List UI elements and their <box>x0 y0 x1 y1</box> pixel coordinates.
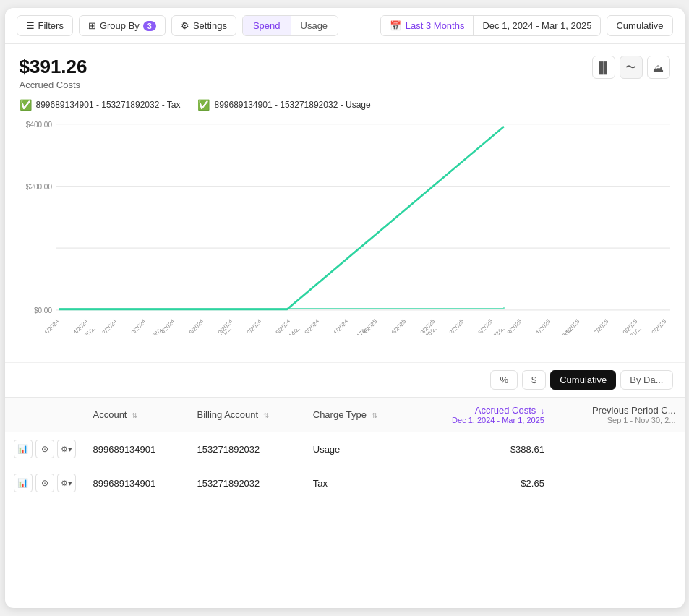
col-header-billing[interactable]: Billing Account ⇅ <box>189 398 304 432</box>
col-header-actions <box>5 398 85 432</box>
row-filter-icon: ⚙▾ <box>61 445 72 454</box>
svg-text:12/22/2024: 12/22/2024 <box>237 317 262 333</box>
col-previous-label: Previous Period C... <box>592 405 676 416</box>
legend-check-tax: ✅ <box>20 99 32 111</box>
date-range-value: Dec 1, 2024 - Mar 1, 2025 <box>473 16 600 35</box>
row-filter-button[interactable]: ⚙▾ <box>57 474 76 492</box>
date-range-label: Last 3 Months <box>406 20 465 31</box>
bar-chart-button[interactable]: ▐▌ <box>592 56 615 79</box>
chart-legend: ✅ 899689134901 - 153271892032 - Tax ✅ 89… <box>5 96 685 116</box>
legend-label-tax: 899689134901 - 153271892032 - Tax <box>36 100 181 110</box>
filters-label: Filters <box>38 20 64 31</box>
svg-text:12/25/2024: 12/25/2024 <box>266 317 291 333</box>
dollar-button[interactable]: $ <box>522 370 546 390</box>
row-focus-icon: ⊙ <box>41 478 48 488</box>
col-charge-label: Charge Type <box>313 409 367 420</box>
col-billing-label: Billing Account <box>197 409 259 420</box>
group-by-icon: ⊞ <box>88 20 96 31</box>
row-previous <box>553 466 685 500</box>
group-by-badge: 3 <box>143 21 156 31</box>
group-by-label: Group By <box>100 20 140 31</box>
bar-chart-icon: ▐▌ <box>596 61 611 74</box>
row-account: 899689134901 <box>85 432 189 466</box>
svg-text:01/15/2025: 01/15/2025 <box>468 317 494 333</box>
svg-text:$0.00: $0.00 <box>33 307 51 315</box>
svg-text:12/10/2024: 12/10/2024 <box>121 317 147 333</box>
col-header-previous[interactable]: Previous Period C... Sep 1 - Nov 30, 2..… <box>553 398 685 432</box>
svg-text:01/06/2025: 01/06/2025 <box>382 317 407 333</box>
summary-left: $391.26 Accrued Costs <box>20 56 87 90</box>
table-row: 📊 ⊙ ⚙▾ 899689134901 153271892032 Tax <box>5 466 685 500</box>
legend-label-usage: 899689134901 - 153271892032 - Usage <box>214 100 370 110</box>
filters-button[interactable]: ☰ Filters <box>17 15 73 36</box>
chart-area: $400.00 $200.00 $0.00 12/01/2024 12/04/2… <box>5 116 685 362</box>
col-header-account[interactable]: Account ⇅ <box>85 398 189 432</box>
table-toolbar: % $ Cumulative By Da... <box>5 362 685 397</box>
svg-text:12/01/2024: 12/01/2024 <box>35 317 60 333</box>
summary-amount: $391.26 <box>20 56 87 78</box>
cumulative-button[interactable]: Cumulative <box>607 15 672 36</box>
percent-button[interactable]: % <box>490 370 518 390</box>
svg-text:12/07/2024: 12/07/2024 <box>93 317 118 333</box>
svg-text:01/27/2025: 01/27/2025 <box>584 317 609 333</box>
date-range-group: 📅 Last 3 Months Dec 1, 2024 - Mar 1, 202… <box>380 15 602 36</box>
row-accrued: $2.65 <box>410 466 552 500</box>
accrued-sort-icon: ↓ <box>541 407 544 415</box>
col-header-accrued[interactable]: Accrued Costs ↓ Dec 1, 2024 - Mar 1, 202… <box>410 398 552 432</box>
row-charge-type: Tax <box>304 466 411 500</box>
row-chart-button[interactable]: 📊 <box>14 474 33 492</box>
settings-icon: ⚙ <box>181 20 189 31</box>
data-table: Account ⇅ Billing Account ⇅ Charge Type … <box>5 397 685 500</box>
date-range-button[interactable]: 📅 Last 3 Months <box>381 16 474 35</box>
line-chart-svg: $400.00 $200.00 $0.00 12/01/2024 12/04/2… <box>20 116 670 333</box>
area-chart-button[interactable]: ⛰ <box>647 56 670 79</box>
toolbar: ☰ Filters ⊞ Group By 3 ⚙ Settings Spend … <box>5 8 685 44</box>
chart-type-buttons: ▐▌ 〜 ⛰ <box>592 56 670 79</box>
row-actions-cell: 📊 ⊙ ⚙▾ <box>5 466 85 500</box>
svg-text:01/21/2025: 01/21/2025 <box>526 317 552 333</box>
row-accrued: $388.61 <box>410 432 552 466</box>
row-account: 899689134901 <box>85 466 189 500</box>
row-chart-icon: 📊 <box>17 478 28 488</box>
tab-spend[interactable]: Spend <box>243 16 291 35</box>
row-chart-button[interactable]: 📊 <box>14 440 33 458</box>
legend-item-usage: ✅ 899689134901 - 153271892032 - Usage <box>197 99 370 111</box>
row-chart-icon: 📊 <box>17 444 28 454</box>
spend-usage-tabs: Spend Usage <box>242 15 338 36</box>
row-focus-button[interactable]: ⊙ <box>35 474 54 492</box>
row-focus-button[interactable]: ⊙ <box>35 440 54 458</box>
row-actions-cell: 📊 ⊙ ⚙▾ <box>5 432 85 466</box>
line-chart-icon: 〜 <box>625 61 636 74</box>
row-filter-button[interactable]: ⚙▾ <box>57 440 76 458</box>
area-chart-icon: ⛰ <box>653 61 664 74</box>
summary-section: $391.26 Accrued Costs ▐▌ 〜 ⛰ <box>5 44 685 96</box>
svg-text:$200.00: $200.00 <box>25 182 51 190</box>
row-charge-type: Usage <box>304 432 411 466</box>
calendar-icon: 📅 <box>390 20 401 31</box>
row-focus-icon: ⊙ <box>41 444 48 454</box>
legend-check-usage: ✅ <box>197 99 210 111</box>
billing-sort-icon: ⇅ <box>263 411 269 419</box>
row-filter-icon: ⚙▾ <box>61 479 72 488</box>
by-day-button[interactable]: By Da... <box>620 370 672 390</box>
cumulative-table-button[interactable]: Cumulative <box>550 370 616 390</box>
tab-usage[interactable]: Usage <box>291 16 338 35</box>
line-chart-button[interactable]: 〜 <box>620 56 643 79</box>
col-header-charge[interactable]: Charge Type ⇅ <box>304 398 411 432</box>
account-sort-icon: ⇅ <box>132 411 137 419</box>
legend-item-tax: ✅ 899689134901 - 153271892032 - Tax <box>20 99 181 111</box>
settings-button[interactable]: ⚙ Settings <box>171 15 236 36</box>
svg-text:12/16/2024: 12/16/2024 <box>179 317 205 333</box>
group-by-button[interactable]: ⊞ Group By 3 <box>79 15 166 36</box>
data-table-container: Account ⇅ Billing Account ⇅ Charge Type … <box>5 397 685 500</box>
col-account-label: Account <box>93 409 127 420</box>
svg-text:02/02/2025: 02/02/2025 <box>642 317 667 333</box>
col-previous-sub: Sep 1 - Nov 30, 2... <box>562 416 676 424</box>
settings-label: Settings <box>193 20 227 31</box>
col-accrued-label: Accrued Costs <box>475 405 536 416</box>
svg-text:$400.00: $400.00 <box>25 121 51 129</box>
charge-sort-icon: ⇅ <box>372 411 377 419</box>
col-accrued-sub: Dec 1, 2024 - Mar 1, 2025 <box>419 416 544 424</box>
summary-label: Accrued Costs <box>20 80 87 90</box>
table-row: 📊 ⊙ ⚙▾ 899689134901 153271892032 Usage <box>5 432 685 466</box>
